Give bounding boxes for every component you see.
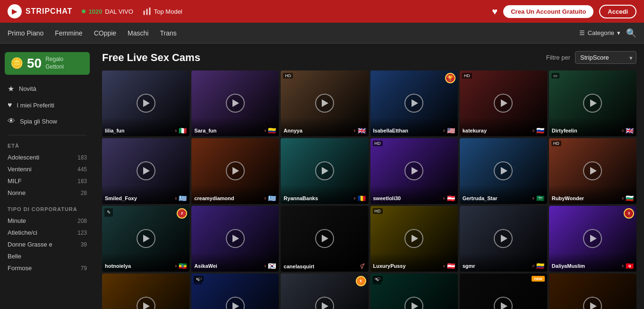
play-button: [404, 161, 423, 180]
gender-icon: ♀: [442, 263, 446, 269]
cam-card[interactable]: 3DaliyaMuslim♀🇹🇳: [549, 206, 636, 272]
sidebar-label-spia: Spia gli Show: [20, 118, 57, 125]
cam-card[interactable]: RyannaBanks♀🇷🇴: [281, 138, 368, 204]
cam-card[interactable]: HDRubyWonder♀🇧🇬: [549, 138, 636, 204]
play-button: [583, 161, 602, 180]
nav-item-coppie[interactable]: COppie: [94, 24, 116, 43]
cam-card[interactable]: Sara_fun♀🇨🇴: [191, 71, 279, 136]
menu-icon: ☰: [579, 29, 585, 36]
login-button[interactable]: Accedi: [599, 5, 636, 18]
sidebar-label-novita: Novità: [19, 85, 36, 92]
filter-ventenni[interactable]: Ventenni 445: [0, 163, 94, 175]
filter-adolescenti[interactable]: Adolescenti 183: [0, 151, 94, 163]
cam-card[interactable]: HDAnnyya♀🇬🇧: [281, 71, 368, 136]
nav-right: ☰ Categorie ▾ 🔍: [579, 28, 636, 38]
nav-item-femmine[interactable]: Femmine: [55, 24, 82, 43]
gender-icon: ♀: [174, 195, 178, 201]
gender-icon: ♀: [263, 195, 267, 201]
tokens-icon: 🪙: [10, 57, 23, 70]
sidebar: 🪙 50 Regalo Gettoni ★ Novità ♥ I miei Pr…: [0, 44, 94, 309]
filter-belle[interactable]: Belle: [0, 250, 94, 262]
cam-card[interactable]: Smiled_Foxy♀🇬🇷: [102, 138, 189, 204]
search-icon[interactable]: 🔍: [626, 28, 636, 38]
cam-card[interactable]: canelasquirt⚥: [281, 206, 368, 272]
cam-footer: hotnoielya♀🇪🇹: [102, 253, 189, 272]
cam-footer: Gertruda_Star♀🇸🇦: [460, 185, 547, 204]
edit-icon: ✎: [194, 276, 202, 284]
play-button: [226, 297, 245, 309]
cam-card[interactable]: [102, 274, 189, 309]
cam-card[interactable]: AsikaWei♀🇰🇷: [191, 206, 279, 272]
cam-footer: katekuray♀🇷🇺: [460, 117, 547, 136]
nav-item-primo-piano[interactable]: Primo Piano: [8, 24, 43, 43]
cam-card[interactable]: ▭Dirtyfeelin♀🇬🇧: [549, 71, 636, 136]
cam-card[interactable]: $: [281, 274, 368, 309]
cam-card[interactable]: HDLuxuryPussy♀🇦🇹: [370, 206, 458, 272]
filter-formose[interactable]: Formose 79: [0, 262, 94, 274]
filter-atletiche[interactable]: Atletiche/ci 123: [0, 227, 94, 238]
cam-play-overlay: [281, 274, 368, 309]
sidebar-menu: ★ Novità ♥ I miei Preferiti 👁 Spia gli S…: [0, 80, 94, 129]
chevron-down-icon: ▾: [617, 29, 620, 36]
filter-label: Minute: [8, 217, 26, 224]
cam-name: DaliyaMuslim: [552, 263, 585, 269]
sidebar-item-novita[interactable]: ★ Novità: [0, 80, 94, 97]
filter-minute[interactable]: Minute 208: [0, 215, 94, 227]
logo[interactable]: ▶ STRIPCHAT: [8, 4, 72, 18]
tokens-box[interactable]: 🪙 50 Regalo Gettoni: [5, 52, 90, 75]
gender-icon: ♀: [174, 263, 178, 269]
cam-card[interactable]: HDkatekuray♀🇷🇺: [460, 71, 547, 136]
gender-icon: ♀: [532, 128, 535, 133]
cam-card[interactable]: 🏆IsabellaEtthan♀🇺🇸: [370, 71, 458, 136]
cam-card[interactable]: HD✎: [191, 274, 279, 309]
cam-card[interactable]: Gertruda_Star♀🇸🇦: [460, 138, 547, 204]
favorites-icon[interactable]: ♥: [492, 6, 498, 17]
cam-card[interactable]: sgmr♂🇨🇴: [460, 206, 547, 272]
play-button: [226, 94, 245, 113]
cam-card[interactable]: ✎2hotnoielya♀🇪🇹: [102, 206, 189, 272]
gender-icon: ♀: [442, 195, 446, 201]
filter-label: Donne Grasse e: [8, 241, 52, 248]
filter-milf[interactable]: MILF 183: [0, 175, 94, 187]
filter-count: 39: [81, 241, 87, 248]
flag-icon: 🇨🇴: [536, 262, 544, 270]
cam-footer: Sara_fun♀🇨🇴: [191, 117, 279, 136]
sidebar-item-preferiti[interactable]: ♥ I miei Preferiti: [0, 97, 94, 113]
tokens-number: 50: [27, 56, 42, 71]
cam-card[interactable]: [549, 274, 636, 309]
play-button: [137, 94, 155, 113]
cam-card[interactable]: lilia_fun♀🇮🇹: [102, 71, 189, 136]
create-account-button[interactable]: Crea Un Account Gratuito: [503, 5, 593, 18]
gender-icon: ♀: [263, 263, 267, 269]
cam-footer: Dirtyfeelin♀🇬🇧: [549, 117, 636, 136]
filter-select-wrapper: StripScore: [575, 51, 636, 64]
sidebar-item-spia[interactable]: 👁 Spia gli Show: [0, 113, 94, 129]
filter-select[interactable]: StripScore: [575, 51, 636, 64]
categories-button[interactable]: ☰ Categorie ▾: [579, 29, 620, 36]
cam-footer: Smiled_Foxy♀🇬🇷: [102, 185, 189, 204]
live-count: 1020: [88, 8, 102, 15]
cam-name: RyannaBanks: [283, 195, 318, 201]
eye-icon: 👁: [8, 117, 15, 125]
cam-card[interactable]: creamydiamond♀🇬🇷: [191, 138, 279, 204]
play-button: [494, 94, 513, 113]
cam-card[interactable]: HD✎: [370, 274, 458, 309]
play-button: [315, 297, 334, 309]
cam-card[interactable]: new: [460, 274, 547, 309]
hd-badge: HD: [373, 208, 383, 214]
cam-play-overlay: [191, 274, 279, 309]
cam-footer: creamydiamond♀🇬🇷: [191, 185, 279, 204]
filter-label: Adolescenti: [8, 154, 39, 161]
flag-icon: 🇬🇧: [626, 127, 634, 134]
content-area: Free Live Sex Cams Filtre per StripScore…: [94, 44, 644, 309]
nav-item-maschi[interactable]: Maschi: [128, 24, 148, 43]
filter-donne-grasse[interactable]: Donne Grasse e 39: [0, 238, 94, 250]
top-model[interactable]: Top Model: [143, 7, 182, 16]
play-button: [404, 94, 423, 113]
flag-icon: 🇨🇴: [268, 127, 276, 134]
cam-footer: AsikaWei♀🇰🇷: [191, 253, 279, 272]
cam-name: katekuray: [463, 128, 487, 133]
filter-nonne[interactable]: Nonne 28: [0, 187, 94, 199]
nav-item-trans[interactable]: Trans: [160, 24, 176, 43]
cam-card[interactable]: HDsweetloli30♀🇦🇹: [370, 138, 458, 204]
